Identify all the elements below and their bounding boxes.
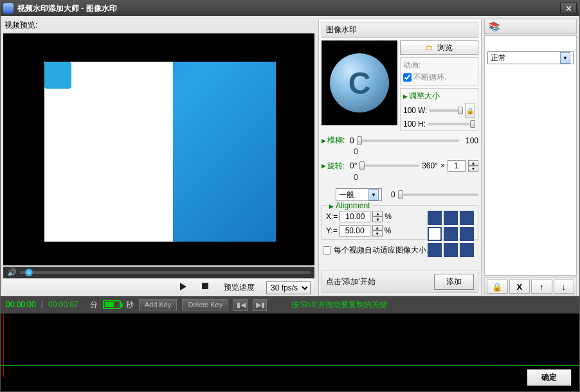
x-spinner[interactable]: ▲▼ [372,211,383,222]
rotate-mult: × [440,161,445,170]
y-label: Y:= [326,226,338,235]
timeline: 00:00:00 / 00:00:07 分 秒 Add Key Delete K… [1,296,579,391]
resize-label: 调整大小 [409,91,440,102]
source-watermark: 下载吧 [478,336,566,372]
preview-watermark-icon [44,62,71,89]
volume-icon[interactable]: 🔊 [7,268,16,277]
browse-label: 浏览 [437,42,453,53]
blend-mode-value: 一般 [339,190,354,200]
rotate-times-input[interactable] [448,160,466,172]
close-button[interactable]: ✕ [560,3,577,14]
next-key-button[interactable]: ▶▮ [253,299,267,311]
align-mr[interactable] [460,227,474,241]
app-window: 视频水印添加大师 - 图像水印 ✕ 视频预览: 🔊 [0,0,580,392]
loop-checkbox-row[interactable]: 不断循环. [403,72,475,83]
blur-max: 100 [462,136,478,145]
blur-slider[interactable] [357,139,459,142]
add-button[interactable]: 添加 [434,274,474,290]
align-mc[interactable] [444,227,458,241]
folder-icon: 🗀 [426,43,433,52]
blend-mode-select[interactable]: 一般 ▼ [336,188,382,201]
dropdown-icon: ▼ [560,52,570,64]
playhead[interactable] [3,314,4,377]
speed-label: 预览速度 [224,282,255,293]
copyright-icon: C [330,53,389,112]
window-title: 视频水印添加大师 - 图像水印 [17,3,560,14]
add-hint: 点击'添加'开始 [326,276,376,287]
dropdown-icon: ▼ [368,189,379,200]
preview-window-overlay [44,62,173,242]
time-total: 00:00:07 [48,300,78,309]
alignment-legend: Alignment [336,201,370,210]
watermark-heading: 图像水印 [322,22,478,38]
rotate-times-spinner[interactable]: ▲▼ [468,160,478,172]
zoom-indicator[interactable] [103,300,121,309]
layer-mode-select[interactable]: 正常 ▼ [487,51,574,64]
alignment-grid [428,211,474,257]
watermark-footer: 点击'添加'开始 添加 [322,271,478,293]
ok-button[interactable]: 确定 [527,369,572,386]
blur-label: 模糊: [327,135,345,146]
blur-min: 0 [350,136,354,145]
height-slider[interactable] [428,123,475,125]
rotate-slider[interactable] [359,165,419,167]
y-pct: % [385,226,392,235]
prev-key-button[interactable]: ▮◀ [233,299,248,311]
align-ml[interactable] [428,227,442,241]
aspect-lock-button[interactable]: 🔒 [465,103,475,118]
alignment-group: ▶ Alignment X:= ▲▼ % Y:= ▲▼ % [322,205,478,240]
layer-up-button[interactable]: ↑ [531,280,552,294]
play-button[interactable] [180,283,190,293]
video-preview [3,33,314,265]
autofit-checkbox[interactable] [323,246,331,254]
preview-label: 视频预览: [3,19,314,33]
browse-button[interactable]: 🗀 浏览 [400,40,478,55]
title-bar: 视频水印添加大师 - 图像水印 ✕ [1,1,579,16]
width-slider[interactable] [429,109,463,112]
blur-value: 0 [354,147,478,156]
align-tc[interactable] [444,211,458,225]
layer-lock-button[interactable]: 🔒 [487,280,508,294]
animation-label: 动画: [403,60,421,69]
align-bc[interactable] [444,243,458,257]
rotate-min: 0° [350,161,357,170]
height-value: 100 [403,120,416,129]
rotate-value: 0 [354,173,478,182]
align-tl[interactable] [428,211,442,225]
layers-heading: 📚 [484,19,577,34]
loop-checkbox[interactable] [403,73,412,82]
width-label: W: [418,106,427,115]
preview-frame [44,62,276,242]
main-body: 视频预览: 🔊 预览速度 30 fps/s [1,16,579,296]
align-tr[interactable] [460,211,474,225]
seek-track[interactable] [20,271,311,274]
time-current: 00:00:00 [6,300,36,309]
playback-controls: 预览速度 30 fps/s [3,278,314,296]
expand-icon[interactable]: ▶ [403,93,408,100]
layer-mode-value: 正常 [491,53,506,64]
y-spinner[interactable]: ▲▼ [372,225,383,236]
watermark-thumbnail: C [322,40,397,125]
resize-group: ▶调整大小 100 W: 🔒 100 H: [400,88,478,131]
rotate-max: 360° [422,161,438,170]
width-value: 100 [403,106,416,115]
add-key-button[interactable]: Add Key [139,299,177,310]
animation-group: 动画: 不断循环. [400,57,478,85]
autofit-label: 每个视频自动适应图像大小。 [334,245,434,256]
stop-button[interactable] [202,283,212,293]
seek-bar[interactable]: 🔊 [3,267,314,278]
layer-down-button[interactable]: ↓ [554,280,575,294]
delete-key-button[interactable]: Delete Key [182,299,228,310]
layers-list[interactable]: 正常 ▼ [484,35,577,276]
mode-slider[interactable] [398,193,478,196]
seek-thumb[interactable] [25,269,33,276]
align-bl[interactable] [428,243,442,257]
y-input[interactable] [340,225,370,236]
align-br[interactable] [460,243,474,257]
speed-select[interactable]: 30 fps/s [266,281,311,294]
unit-min: 分 [90,299,98,310]
watermark-panel: 图像水印 C 🗀 浏览 动画: [317,16,483,296]
layer-delete-button[interactable]: X [509,280,530,294]
x-input[interactable] [340,211,370,222]
rotate-label: 旋转: [327,161,345,172]
